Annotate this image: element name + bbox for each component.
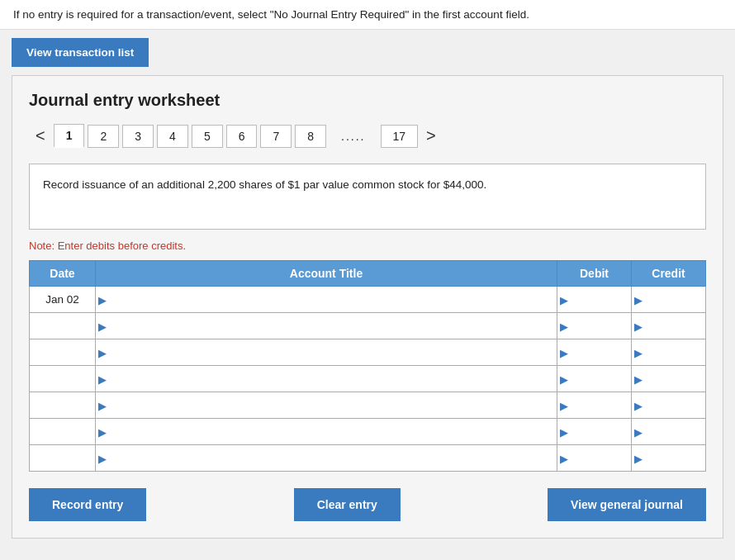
view-general-journal-button[interactable]: View general journal xyxy=(548,488,706,521)
credit-cell-5[interactable]: ▶ xyxy=(632,419,706,445)
notice-text: If no entry is required for a transactio… xyxy=(13,8,529,21)
debit-cell-2[interactable]: ▶ xyxy=(557,339,632,366)
debit-input-6[interactable] xyxy=(557,445,631,471)
debit-cell-1[interactable]: ▶ xyxy=(557,313,632,339)
credit-input-5[interactable] xyxy=(632,419,705,444)
debit-arrow-icon: ▶ xyxy=(560,346,568,358)
table-row: ▶▶▶ xyxy=(30,339,706,366)
debit-input-3[interactable] xyxy=(557,366,631,392)
credit-arrow-icon: ▶ xyxy=(634,425,643,438)
account-cell-0[interactable]: ▶ xyxy=(96,287,557,313)
debit-input-4[interactable] xyxy=(557,392,631,418)
account-arrow-icon: ▶ xyxy=(98,452,107,464)
debit-input-5[interactable] xyxy=(557,419,631,444)
debit-cell-3[interactable]: ▶ xyxy=(557,366,632,392)
debit-cell-6[interactable]: ▶ xyxy=(557,445,632,472)
credit-cell-1[interactable]: ▶ xyxy=(632,313,706,339)
account-input-6[interactable] xyxy=(96,445,557,471)
top-notice: If no entry is required for a transactio… xyxy=(0,0,735,30)
page-tab-6[interactable]: 6 xyxy=(226,125,258,148)
debit-input-1[interactable] xyxy=(557,313,631,339)
account-arrow-icon: ▶ xyxy=(98,425,107,438)
debit-arrow-icon: ▶ xyxy=(560,320,568,332)
col-header-debit: Debit xyxy=(557,261,632,287)
account-input-3[interactable] xyxy=(96,366,557,392)
credit-input-0[interactable] xyxy=(632,287,705,312)
table-row: ▶▶▶ xyxy=(30,366,706,392)
credit-cell-0[interactable]: ▶ xyxy=(632,287,706,313)
account-input-2[interactable] xyxy=(96,339,557,365)
pagination-row: < 1 2 3 4 5 6 7 8 ..... 17 > xyxy=(29,123,706,149)
debit-arrow-icon: ▶ xyxy=(560,452,568,464)
account-arrow-icon: ▶ xyxy=(98,320,107,332)
date-cell-5 xyxy=(30,419,96,445)
page-tab-17[interactable]: 17 xyxy=(381,125,419,148)
page-dots: ..... xyxy=(330,126,377,147)
account-cell-5[interactable]: ▶ xyxy=(96,419,557,445)
debit-arrow-icon: ▶ xyxy=(560,293,568,306)
main-card: Journal entry worksheet < 1 2 3 4 5 6 7 … xyxy=(12,75,723,539)
account-cell-6[interactable]: ▶ xyxy=(96,445,557,472)
debit-input-2[interactable] xyxy=(557,339,631,365)
credit-input-6[interactable] xyxy=(632,445,705,471)
date-cell-2 xyxy=(30,339,96,366)
account-cell-2[interactable]: ▶ xyxy=(96,339,557,366)
credit-arrow-icon: ▶ xyxy=(634,346,643,358)
page-tab-3[interactable]: 3 xyxy=(122,125,154,148)
table-row: ▶▶▶ xyxy=(30,392,706,419)
account-arrow-icon: ▶ xyxy=(98,399,107,411)
page-tab-5[interactable]: 5 xyxy=(192,125,223,148)
credit-input-4[interactable] xyxy=(632,392,705,418)
card-title: Journal entry worksheet xyxy=(29,91,706,110)
col-header-credit: Credit xyxy=(632,261,706,287)
debit-cell-5[interactable]: ▶ xyxy=(557,419,632,445)
col-header-date: Date xyxy=(30,261,96,287)
table-row: ▶▶▶ xyxy=(30,419,706,445)
footer-buttons: Record entry Clear entry View general jo… xyxy=(29,488,706,521)
credit-cell-3[interactable]: ▶ xyxy=(632,366,706,392)
page-tab-8[interactable]: 8 xyxy=(295,125,326,148)
debit-arrow-icon: ▶ xyxy=(560,373,568,385)
account-arrow-icon: ▶ xyxy=(98,373,107,385)
record-entry-button[interactable]: Record entry xyxy=(29,488,146,521)
date-cell-1 xyxy=(30,313,96,339)
col-header-account: Account Title xyxy=(96,261,557,287)
debit-arrow-icon: ▶ xyxy=(560,399,568,411)
date-cell-0: Jan 02 xyxy=(30,287,96,313)
clear-entry-button[interactable]: Clear entry xyxy=(294,488,401,521)
credit-arrow-icon: ▶ xyxy=(634,399,643,411)
account-input-0[interactable] xyxy=(96,287,557,312)
account-input-1[interactable] xyxy=(96,313,557,339)
account-input-5[interactable] xyxy=(96,419,557,444)
debit-cell-4[interactable]: ▶ xyxy=(557,392,632,419)
credit-arrow-icon: ▶ xyxy=(634,320,643,332)
page-tab-2[interactable]: 2 xyxy=(88,125,119,148)
page-tab-1[interactable]: 1 xyxy=(54,124,85,148)
note-text: Note: Enter debits before credits. xyxy=(29,240,706,252)
account-arrow-icon: ▶ xyxy=(98,293,107,306)
credit-input-3[interactable] xyxy=(632,366,705,392)
account-cell-1[interactable]: ▶ xyxy=(96,313,557,339)
account-input-4[interactable] xyxy=(96,392,557,418)
credit-arrow-icon: ▶ xyxy=(634,293,643,306)
debit-input-0[interactable] xyxy=(557,287,631,312)
date-cell-6 xyxy=(30,445,96,472)
page-tab-4[interactable]: 4 xyxy=(157,125,188,148)
description-text: Record issuance of an additional 2,200 s… xyxy=(43,178,486,191)
credit-input-2[interactable] xyxy=(632,339,705,365)
prev-page-button[interactable]: < xyxy=(29,123,52,149)
account-cell-3[interactable]: ▶ xyxy=(96,366,557,392)
account-arrow-icon: ▶ xyxy=(98,346,107,358)
credit-input-1[interactable] xyxy=(632,313,705,339)
view-transaction-button[interactable]: View transaction list xyxy=(12,38,149,67)
next-page-button[interactable]: > xyxy=(420,123,443,149)
account-cell-4[interactable]: ▶ xyxy=(96,392,557,419)
credit-cell-6[interactable]: ▶ xyxy=(632,445,706,472)
debit-cell-0[interactable]: ▶ xyxy=(557,287,632,313)
date-cell-3 xyxy=(30,366,96,392)
date-cell-4 xyxy=(30,392,96,419)
credit-cell-2[interactable]: ▶ xyxy=(632,339,706,366)
credit-cell-4[interactable]: ▶ xyxy=(632,392,706,419)
description-box: Record issuance of an additional 2,200 s… xyxy=(29,164,706,230)
page-tab-7[interactable]: 7 xyxy=(260,125,292,148)
